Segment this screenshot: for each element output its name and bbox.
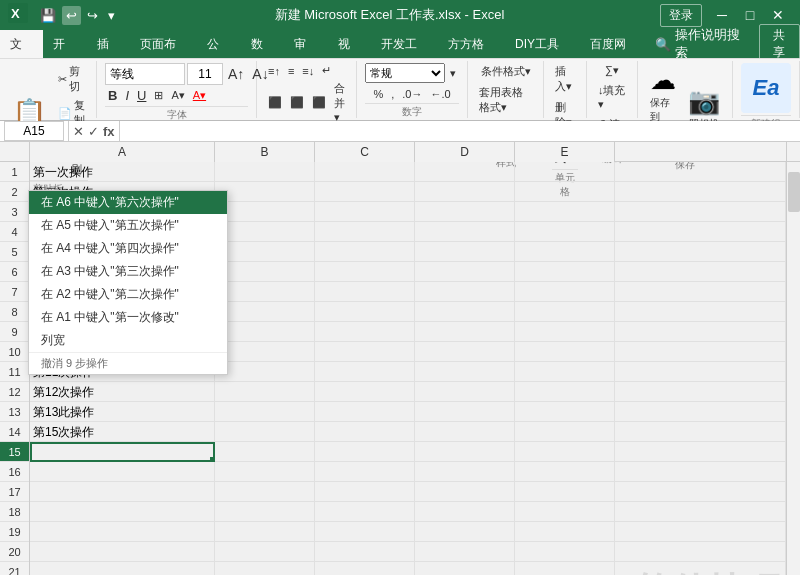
col-header-A[interactable]: A bbox=[30, 142, 215, 162]
align-top-button[interactable]: ≡↑ bbox=[265, 63, 283, 78]
cell-B4[interactable] bbox=[215, 222, 315, 242]
row-num-17[interactable]: 17 bbox=[0, 482, 29, 502]
tab-ffgz[interactable]: 方方格子 bbox=[438, 30, 505, 58]
cell-C6[interactable] bbox=[315, 262, 415, 282]
cell-C12[interactable] bbox=[315, 382, 415, 402]
cell-D15[interactable] bbox=[415, 442, 515, 462]
font-color-button[interactable]: A▾ bbox=[190, 88, 209, 103]
dropdown-item-0[interactable]: 在 A6 中键入"第六次操作" bbox=[29, 191, 227, 214]
cell-E8[interactable] bbox=[515, 302, 615, 322]
cell-A14[interactable]: 第15次操作 bbox=[30, 422, 215, 442]
row-num-18[interactable]: 18 bbox=[0, 502, 29, 522]
cell-E14[interactable] bbox=[515, 422, 615, 442]
cell-C11[interactable] bbox=[315, 362, 415, 382]
cell-B6[interactable] bbox=[215, 262, 315, 282]
cell-D17[interactable] bbox=[415, 482, 515, 502]
cell-B2[interactable] bbox=[215, 182, 315, 202]
cell-D8[interactable] bbox=[415, 302, 515, 322]
cell-D9[interactable] bbox=[415, 322, 515, 342]
cell-E1[interactable] bbox=[515, 162, 615, 182]
cell-D5[interactable] bbox=[415, 242, 515, 262]
formula-input[interactable] bbox=[124, 124, 796, 138]
cell-B14[interactable] bbox=[215, 422, 315, 442]
cell-B19[interactable] bbox=[215, 522, 315, 542]
cell-B7[interactable] bbox=[215, 282, 315, 302]
row-num-10[interactable]: 10 bbox=[0, 342, 29, 362]
row-num-21[interactable]: 21 bbox=[0, 562, 29, 575]
align-center-button[interactable]: ⬛ bbox=[287, 80, 307, 125]
increase-decimal-button[interactable]: .0→ bbox=[399, 87, 425, 101]
row-num-1[interactable]: 1 bbox=[0, 162, 29, 182]
cell-E19[interactable] bbox=[515, 522, 615, 542]
row-num-5[interactable]: 5 bbox=[0, 242, 29, 262]
tab-baidu[interactable]: 百度网盘 bbox=[580, 30, 647, 58]
border-button[interactable]: ⊞ bbox=[151, 88, 166, 103]
row-num-4[interactable]: 4 bbox=[0, 222, 29, 242]
cell-C16[interactable] bbox=[315, 462, 415, 482]
search-box[interactable]: 🔍 操作说明搜索 bbox=[647, 26, 759, 62]
formula-confirm-icon[interactable]: ✓ bbox=[88, 124, 99, 139]
cell-E18[interactable] bbox=[515, 502, 615, 522]
cell-D21[interactable] bbox=[415, 562, 515, 575]
row-num-3[interactable]: 3 bbox=[0, 202, 29, 222]
align-bottom-button[interactable]: ≡↓ bbox=[299, 63, 317, 78]
col-header-E[interactable]: E bbox=[515, 142, 615, 162]
wrap-text-button[interactable]: ↵ bbox=[319, 63, 334, 78]
cell-D16[interactable] bbox=[415, 462, 515, 482]
bold-button[interactable]: B bbox=[105, 87, 120, 104]
tab-diy[interactable]: DIY工具箱 bbox=[505, 30, 580, 58]
row-num-9[interactable]: 9 bbox=[0, 322, 29, 342]
cell-B10[interactable] bbox=[215, 342, 315, 362]
login-button[interactable]: 登录 bbox=[660, 4, 702, 27]
scroll-thumb[interactable] bbox=[788, 172, 800, 212]
cell-C9[interactable] bbox=[315, 322, 415, 342]
row-num-2[interactable]: 2 bbox=[0, 182, 29, 202]
cell-B20[interactable] bbox=[215, 542, 315, 562]
dropdown-item-2[interactable]: 在 A4 中键入"第四次操作" bbox=[29, 237, 227, 260]
cell-B13[interactable] bbox=[215, 402, 315, 422]
cell-C13[interactable] bbox=[315, 402, 415, 422]
cell-A20[interactable] bbox=[30, 542, 215, 562]
row-num-16[interactable]: 16 bbox=[0, 462, 29, 482]
cell-A17[interactable] bbox=[30, 482, 215, 502]
decrease-decimal-button[interactable]: ←.0 bbox=[427, 87, 453, 101]
redo-button[interactable]: ↪ bbox=[83, 6, 102, 25]
fill-color-button[interactable]: A▾ bbox=[168, 88, 187, 103]
tab-view[interactable]: 视图 bbox=[328, 30, 371, 58]
align-left-button[interactable]: ⬛ bbox=[265, 80, 285, 125]
tab-data[interactable]: 数据 bbox=[241, 30, 284, 58]
cell-A18[interactable] bbox=[30, 502, 215, 522]
quick-access-dropdown[interactable]: ▾ bbox=[104, 6, 119, 25]
tab-formula[interactable]: 公式 bbox=[197, 30, 240, 58]
cell-B17[interactable] bbox=[215, 482, 315, 502]
cell-C20[interactable] bbox=[315, 542, 415, 562]
cut-button[interactable]: ✂剪切 bbox=[55, 63, 88, 95]
cell-B1[interactable] bbox=[215, 162, 315, 182]
cell-E3[interactable] bbox=[515, 202, 615, 222]
cell-A1[interactable]: 第一次操作 bbox=[30, 162, 215, 182]
cell-C17[interactable] bbox=[315, 482, 415, 502]
cell-E6[interactable] bbox=[515, 262, 615, 282]
cell-E5[interactable] bbox=[515, 242, 615, 262]
cell-E15[interactable] bbox=[515, 442, 615, 462]
cell-B8[interactable] bbox=[215, 302, 315, 322]
cell-D12[interactable] bbox=[415, 382, 515, 402]
cell-D13[interactable] bbox=[415, 402, 515, 422]
row-num-12[interactable]: 12 bbox=[0, 382, 29, 402]
cell-B18[interactable] bbox=[215, 502, 315, 522]
cell-B5[interactable] bbox=[215, 242, 315, 262]
cell-C15[interactable] bbox=[315, 442, 415, 462]
cell-D19[interactable] bbox=[415, 522, 515, 542]
cell-C7[interactable] bbox=[315, 282, 415, 302]
cell-C3[interactable] bbox=[315, 202, 415, 222]
font-increase-button[interactable]: A↑ bbox=[225, 65, 247, 83]
tab-pagelayout[interactable]: 页面布局 bbox=[130, 30, 197, 58]
cell-A13[interactable]: 第13此操作 bbox=[30, 402, 215, 422]
merge-button[interactable]: 合并▾ bbox=[331, 80, 348, 125]
col-header-B[interactable]: B bbox=[215, 142, 315, 162]
cell-E11[interactable] bbox=[515, 362, 615, 382]
row-num-6[interactable]: 6 bbox=[0, 262, 29, 282]
cell-E4[interactable] bbox=[515, 222, 615, 242]
cell-C19[interactable] bbox=[315, 522, 415, 542]
underline-button[interactable]: U bbox=[134, 87, 149, 104]
